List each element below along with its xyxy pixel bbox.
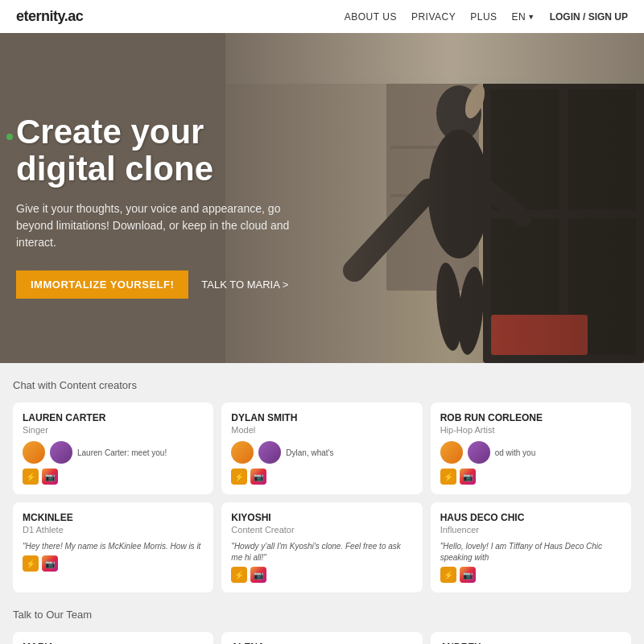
creator-quote-5: "Hello, lovely! I am Tiffany of Haus Dec… — [440, 541, 621, 564]
creator-avatar-ig-1 — [258, 441, 281, 464]
team-card-1[interactable]: ALENA UI/UX Designer "hey, I'm Alena, UI… — [221, 632, 422, 644]
creators-section: Chat with Content creators LAUREN CARTER… — [13, 379, 631, 592]
team-card-2[interactable]: ANDREY Founder "Hey, how are you?" — [431, 632, 631, 644]
creators-cards-grid: LAUREN CARTER Singer Lauren Carter: meet… — [13, 402, 631, 592]
creator-icons-1: ⚡ 📷 — [231, 469, 412, 485]
creator-avatar-2 — [440, 441, 463, 464]
creator-name-5: HAUS DECO CHIC — [440, 512, 621, 523]
creator-card-5[interactable]: HAUS DECO CHIC Influencer "Hello, lovely… — [431, 502, 631, 592]
hero-content: Create your digital clone Give it your t… — [16, 114, 306, 299]
green-dot — [6, 134, 13, 140]
bolt-icon-1[interactable]: ⚡ — [231, 469, 247, 485]
creator-avatar-1 — [231, 441, 254, 464]
instagram-icon-1[interactable]: 📷 — [250, 469, 266, 485]
team-cards-grid: MARIA Product Manager "Hi! My name is Ma… — [13, 632, 631, 644]
creator-quote-4: "Howdy y'all I'm Kyoshi's clone. Feel fr… — [231, 541, 412, 564]
creator-name-0: LAUREN CARTER — [23, 412, 204, 423]
creator-card-2[interactable]: ROB RUN CORLEONE Hip-Hop Artist od with … — [431, 402, 631, 494]
bolt-icon-3[interactable]: ⚡ — [23, 555, 39, 572]
creator-icons-4: ⚡ 📷 — [231, 567, 412, 583]
hero-buttons: IMMORTALIZE YOURSELF! TALK TO MARIA > — [16, 270, 306, 299]
creator-preview-1: Dylan, what's — [231, 441, 412, 464]
creator-name-3: MCKINLEE — [23, 512, 204, 523]
instagram-icon-4[interactable]: 📷 — [250, 567, 266, 583]
creator-preview-2: od with you — [440, 441, 621, 464]
creator-icons-5: ⚡ 📷 — [440, 567, 621, 583]
creator-avatar-0 — [23, 441, 45, 464]
nav: ABOUT US PRIVACY PLUS EN ▼ LOGIN / SIGN … — [345, 11, 628, 23]
hero-subtitle: Give it your thoughts, your voice and ap… — [16, 200, 306, 251]
creator-role-2: Hip-Hop Artist — [440, 425, 621, 435]
nav-login[interactable]: LOGIN / SIGN UP — [550, 11, 628, 23]
logo[interactable]: eternity.ac — [16, 8, 83, 25]
creator-preview-0: Lauren Carter: meet you! — [23, 441, 204, 464]
creator-name-4: KIYOSHI — [231, 512, 412, 523]
bolt-icon-0[interactable]: ⚡ — [23, 469, 39, 485]
creator-card-1[interactable]: DYLAN SMITH Model Dylan, what's ⚡ 📷 — [221, 402, 422, 494]
creator-icons-0: ⚡ 📷 — [23, 469, 204, 485]
immortalize-button[interactable]: IMMORTALIZE YOURSELF! — [16, 270, 188, 299]
creator-role-1: Model — [231, 425, 412, 435]
logo-text: eternity.ac — [16, 8, 83, 24]
header: eternity.ac ABOUT US PRIVACY PLUS EN ▼ L… — [0, 0, 644, 33]
team-section: Talk to Our Team MARIA Product Manager "… — [13, 609, 631, 644]
creator-role-5: Influencer — [440, 525, 621, 535]
team-section-title: Talk to Our Team — [13, 609, 631, 621]
creator-avatar-ig-2 — [468, 441, 490, 464]
creator-name-2: ROB RUN CORLEONE — [440, 412, 621, 423]
instagram-icon-5[interactable]: 📷 — [460, 567, 476, 583]
creator-avatar-ig-0 — [50, 441, 72, 464]
creator-role-0: Singer — [23, 425, 204, 435]
creator-card-0[interactable]: LAUREN CARTER Singer Lauren Carter: meet… — [13, 402, 213, 494]
hero-title: Create your digital clone — [16, 114, 306, 188]
creator-preview-text-2: od with you — [495, 448, 536, 457]
instagram-icon-2[interactable]: 📷 — [460, 469, 476, 485]
bolt-icon-5[interactable]: ⚡ — [440, 567, 456, 583]
nav-plus[interactable]: PLUS — [470, 11, 497, 23]
creator-icons-3: ⚡ 📷 — [23, 555, 204, 572]
creator-quote-3: "Hey there! My name is McKinlee Morris. … — [23, 541, 204, 552]
nav-privacy[interactable]: PRIVACY — [411, 11, 456, 23]
creator-role-4: Content Creator — [231, 525, 412, 535]
creator-role-3: D1 Athlete — [23, 525, 204, 535]
creator-name-1: DYLAN SMITH — [231, 412, 412, 423]
instagram-icon-3[interactable]: 📷 — [42, 555, 58, 572]
bolt-icon-4[interactable]: ⚡ — [231, 567, 247, 583]
nav-lang[interactable]: EN ▼ — [512, 11, 535, 23]
nav-about-us[interactable]: ABOUT US — [345, 11, 397, 23]
creator-card-4[interactable]: KIYOSHI Content Creator "Howdy y'all I'm… — [221, 502, 422, 592]
bolt-icon-2[interactable]: ⚡ — [440, 469, 456, 485]
creator-preview-text-0: Lauren Carter: meet you! — [77, 448, 167, 457]
creators-section-title: Chat with Content creators — [13, 379, 631, 391]
creator-preview-text-1: Dylan, what's — [286, 448, 333, 457]
talk-button[interactable]: TALK TO MARIA > — [201, 279, 288, 291]
main-content: Chat with Content creators LAUREN CARTER… — [0, 363, 644, 644]
creator-icons-2: ⚡ 📷 — [440, 469, 621, 485]
hero-section: Create your digital clone Give it your t… — [0, 33, 644, 363]
creator-card-3[interactable]: MCKINLEE D1 Athlete "Hey there! My name … — [13, 502, 213, 592]
instagram-icon-0[interactable]: 📷 — [42, 469, 58, 485]
team-card-0[interactable]: MARIA Product Manager "Hi! My name is Ma… — [13, 632, 213, 644]
